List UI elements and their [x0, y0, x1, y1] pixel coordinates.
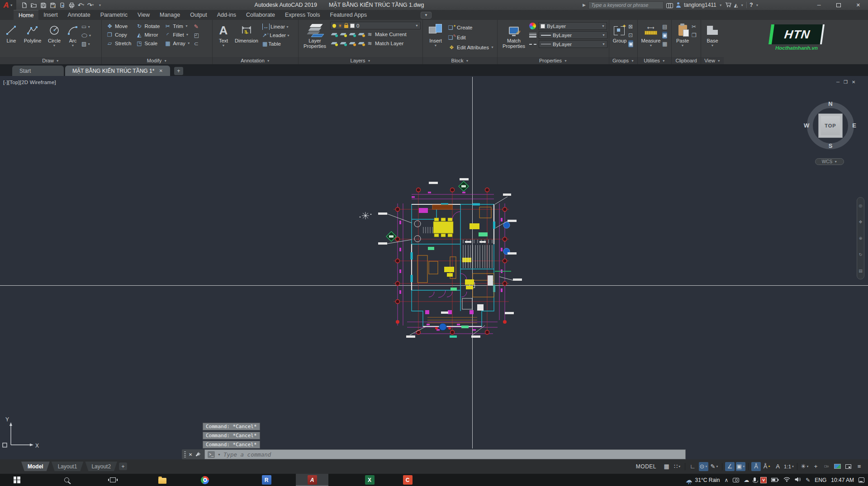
onedrive-icon[interactable]: ☁	[744, 477, 749, 483]
help-chevron-icon[interactable]: ▼	[755, 4, 759, 7]
tab-manage[interactable]: Manage	[155, 10, 185, 20]
autocad-taskbar-button[interactable]: A	[306, 475, 318, 485]
explode-tool[interactable]: ◰	[194, 32, 199, 39]
panel-label-clipboard[interactable]: Clipboard	[672, 57, 701, 64]
qat-customize-button[interactable]: ▼	[96, 1, 104, 9]
viewcube-north[interactable]: N	[803, 100, 858, 107]
search-input[interactable]	[588, 1, 664, 9]
layer-freeze-tool[interactable]	[348, 32, 356, 37]
username[interactable]: tanglong1411	[684, 2, 716, 8]
model-space-indicator[interactable]: MODEL	[636, 463, 656, 470]
viewcube-south[interactable]: S	[803, 142, 858, 149]
layer-unisolate-tool[interactable]	[339, 41, 347, 46]
full-navigation-wheel-icon[interactable]: ◎	[859, 203, 863, 208]
customize-wrench-icon[interactable]	[195, 452, 200, 457]
copy-button[interactable]: ❐Copy	[106, 30, 131, 39]
start-button[interactable]	[11, 475, 23, 485]
action-center-icon[interactable]	[859, 477, 864, 483]
account-chevron-icon[interactable]: ▼	[719, 4, 722, 7]
tab-layout1[interactable]: Layout1	[52, 462, 84, 471]
battery-icon[interactable]	[771, 477, 779, 483]
mobile-app-button[interactable]	[58, 1, 66, 9]
plot-button[interactable]	[67, 1, 76, 9]
close-icon[interactable]: ✕	[159, 68, 162, 73]
tab-insert[interactable]: Insert	[38, 10, 62, 20]
recent-commands-chevron-icon[interactable]: ▼	[218, 453, 221, 456]
object-snap-tracking-toggle[interactable]: ∠	[725, 462, 735, 471]
group-button[interactable]: ✦ Group	[611, 22, 628, 43]
new-layout-button[interactable]: +	[119, 462, 127, 470]
viewcube[interactable]: N S W E TOP WCS▼	[803, 95, 858, 168]
snap-toggle[interactable]: ∷▼	[673, 462, 682, 471]
chevron-down-icon[interactable]: ▼	[53, 44, 56, 47]
layer-off-tool[interactable]	[330, 32, 338, 37]
layer-properties-button[interactable]: Layer Properties	[300, 22, 329, 49]
linetype-icon[interactable]	[529, 44, 536, 45]
language-indicator[interactable]: ENG	[815, 477, 826, 483]
help-button[interactable]: ?	[749, 2, 753, 8]
panel-label-layers[interactable]: Layers▼	[299, 57, 422, 64]
annotation-scale-icon[interactable]: A	[773, 462, 783, 471]
antivirus-icon[interactable]: V	[760, 477, 767, 483]
lineweight-icon[interactable]	[529, 33, 536, 38]
close-command-icon[interactable]: ✕	[189, 452, 192, 457]
viewport-close-icon[interactable]: ✕	[852, 80, 855, 85]
chevron-down-icon[interactable]: ▼	[71, 44, 75, 47]
ungroup-tool[interactable]: ⊠	[628, 23, 633, 30]
viewcube-west[interactable]: W	[804, 122, 809, 129]
circle-button[interactable]: Circle ▼	[44, 22, 64, 47]
redo-button[interactable]: ↷▾	[86, 1, 95, 9]
search-expand-icon[interactable]: ▶	[583, 3, 586, 7]
annotation-monitor-toggle[interactable]: +	[811, 462, 821, 471]
panel-label-groups[interactable]: Groups▼	[609, 57, 637, 64]
group-selection-toggle[interactable]: ▣	[628, 40, 633, 47]
panel-label-modify[interactable]: Modify▼	[102, 57, 212, 64]
chevron-down-icon[interactable]: ▼	[434, 44, 437, 47]
orbit-icon[interactable]: ↻	[859, 252, 863, 257]
layer-select[interactable]: ☀ 0 ▼	[330, 22, 421, 29]
meet-now-icon[interactable]	[733, 478, 739, 482]
make-current-button[interactable]: ≋Make Current	[366, 30, 407, 39]
tab-featured-apps[interactable]: Featured Apps	[325, 10, 372, 20]
mirror-button[interactable]: ◭Mirror	[136, 30, 160, 39]
undo-button[interactable]: ↶▾	[77, 1, 85, 9]
viewport-controls-label[interactable]: [-][Top][2D Wireframe]	[3, 80, 56, 85]
viewcube-east[interactable]: E	[852, 122, 856, 129]
save-button[interactable]	[39, 1, 47, 9]
excel-button[interactable]: X	[364, 475, 375, 485]
viewport-minimize-icon[interactable]: ─	[836, 80, 840, 85]
tab-add-ins[interactable]: Add-ins	[212, 10, 241, 20]
wifi-icon[interactable]	[783, 477, 790, 483]
panel-label-utilities[interactable]: Utilities▼	[638, 57, 671, 64]
a360-chevron-icon[interactable]: ▼	[740, 4, 744, 7]
hatch-tool[interactable]: ▨ ▼	[81, 40, 91, 47]
layer-thaw-tool[interactable]	[348, 41, 356, 46]
command-window-grip[interactable]: ✕	[182, 449, 204, 459]
base-button[interactable]: Base ▼	[703, 22, 722, 47]
clock[interactable]: 10:47 AM	[831, 477, 854, 483]
tab-model[interactable]: Model	[21, 462, 50, 471]
ellipse-tool[interactable]: ◯ ▼	[81, 32, 91, 39]
quick-calculator-tool[interactable]: ▦	[662, 40, 667, 47]
weather-widget[interactable]: ☁ 31°C Rain	[686, 477, 720, 483]
cut-tool[interactable]: ✂	[692, 23, 697, 30]
line-button[interactable]: Line	[2, 22, 21, 43]
color-wheel-icon[interactable]	[529, 23, 536, 29]
panel-label-block[interactable]: Block▼	[423, 57, 497, 64]
array-button[interactable]: ▦Array▼	[164, 39, 190, 47]
new-drawing-tab-button[interactable]: +	[174, 67, 183, 75]
tab-output[interactable]: Output	[185, 10, 212, 20]
isolate-objects-toggle[interactable]: □○	[822, 462, 831, 471]
paste-button[interactable]: Paste ▼	[674, 22, 692, 47]
tab-home[interactable]: Home	[14, 10, 38, 20]
object-snap-toggle[interactable]: ▣▼	[736, 462, 745, 471]
command-bar[interactable]: >_ ▼	[204, 449, 686, 459]
wcs-menu[interactable]: WCS▼	[815, 158, 844, 165]
match-layer-button[interactable]: ≋Match Layer	[366, 39, 403, 48]
close-button[interactable]: ✕	[849, 0, 868, 10]
dimension-button[interactable]: Dimension	[232, 22, 261, 43]
chevron-down-icon[interactable]: ▼	[222, 44, 225, 47]
save-as-button[interactable]	[48, 1, 57, 9]
rectangle-tool[interactable]: ▭ ▼	[81, 23, 91, 30]
copy-clip-tool[interactable]: ❐	[692, 32, 697, 39]
